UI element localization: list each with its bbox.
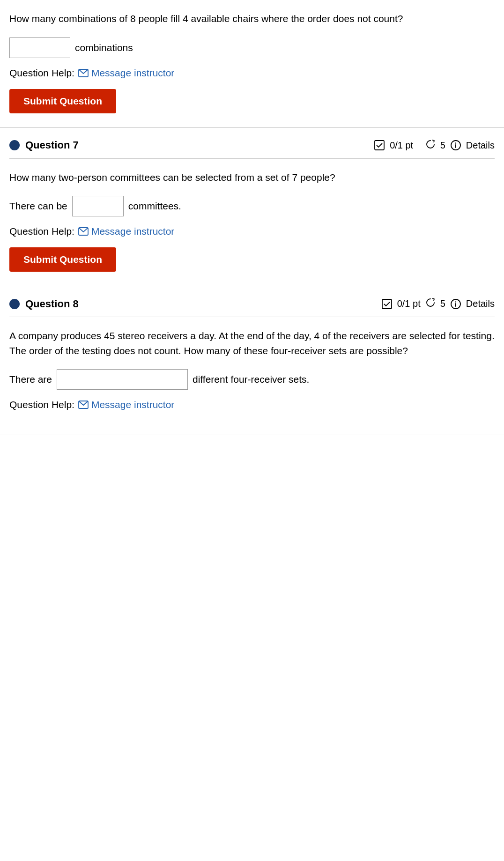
question8-block: Question 8 0/1 pt 5: [0, 286, 504, 435]
question7-message-instructor-link[interactable]: Message instructor: [78, 226, 174, 237]
question7-check-icon: [374, 140, 385, 151]
check-square-icon: [374, 140, 385, 151]
svg-rect-6: [382, 299, 392, 309]
question7-header: Question 7 0/1 pt 5: [9, 139, 495, 159]
question7-answer-input[interactable]: [72, 196, 124, 216]
question7-submit-button[interactable]: Submit Question: [9, 247, 116, 272]
question8-meta: 0/1 pt 5 Details: [381, 297, 495, 310]
question7-pt-label: [418, 140, 421, 151]
question8-score: 0/1 pt: [397, 298, 421, 309]
question8-check-icon: [381, 298, 393, 310]
question8-answer-row: There are different four-receiver sets.: [9, 369, 495, 390]
top-question-help: Question Help: Message instructor: [9, 67, 495, 79]
question7-text: How many two-person committees can be se…: [9, 170, 495, 185]
question8-help: Question Help: Message instructor: [9, 399, 495, 410]
question8-title: Question 8: [25, 298, 79, 310]
retry-icon: [425, 139, 436, 149]
question7-title-group: Question 7: [9, 139, 79, 151]
question7-help: Question Help: Message instructor: [9, 226, 495, 237]
question8-answer-suffix: different four-receiver sets.: [193, 374, 309, 385]
question8-header: Question 8 0/1 pt 5: [9, 297, 495, 317]
svg-rect-1: [375, 141, 384, 150]
envelope-icon-q8: [78, 401, 89, 409]
question8-answer-prefix: There are: [9, 374, 52, 385]
question7-block: Question 7 0/1 pt 5: [0, 128, 504, 287]
svg-point-9: [455, 301, 456, 302]
question7-answer-prefix: There can be: [9, 200, 67, 212]
top-message-instructor-link[interactable]: Message instructor: [78, 67, 174, 79]
top-answer-suffix: combinations: [75, 42, 133, 53]
top-answer-row: combinations: [9, 37, 495, 58]
info-circle-icon: [450, 140, 461, 151]
retry-icon-q8: [425, 297, 436, 308]
question7-score: 0/1 pt: [390, 140, 413, 151]
svg-point-4: [455, 142, 456, 143]
question7-answer-row: There can be committees.: [9, 196, 495, 216]
question8-answer-input[interactable]: [57, 369, 188, 390]
top-answer-input[interactable]: [9, 37, 70, 58]
question8-title-group: Question 8: [9, 298, 79, 310]
top-question-text: How many combinations of 8 people fill 4…: [9, 11, 495, 26]
question7-help-label: Question Help:: [9, 226, 74, 237]
info-circle-icon-q8: [450, 298, 461, 310]
question8-retry-icon: [425, 297, 436, 310]
question8-help-label: Question Help:: [9, 399, 74, 410]
top-help-label: Question Help:: [9, 67, 74, 79]
question8-dot: [9, 299, 20, 309]
question7-meta: 0/1 pt 5 Details: [374, 139, 495, 152]
question7-info-icon[interactable]: [450, 140, 461, 151]
envelope-icon-q7: [78, 227, 89, 236]
question8-attempts: 5: [440, 298, 445, 309]
question7-answer-suffix: committees.: [128, 200, 181, 212]
question8-text: A company produces 45 stereo receivers a…: [9, 328, 495, 358]
top-question-block: How many combinations of 8 people fill 4…: [0, 0, 504, 128]
question7-dot: [9, 140, 20, 150]
question7-retry-icon: [425, 139, 436, 152]
question7-title: Question 7: [25, 139, 79, 151]
question8-details-link[interactable]: Details: [466, 298, 495, 309]
question8-message-instructor-link[interactable]: Message instructor: [78, 399, 174, 410]
question7-details-link[interactable]: Details: [466, 140, 495, 151]
check-square-icon-q8: [381, 298, 393, 310]
question7-attempts: 5: [440, 140, 445, 151]
question8-info-icon[interactable]: [450, 298, 461, 310]
top-submit-button[interactable]: Submit Question: [9, 89, 116, 113]
envelope-icon: [78, 69, 89, 77]
